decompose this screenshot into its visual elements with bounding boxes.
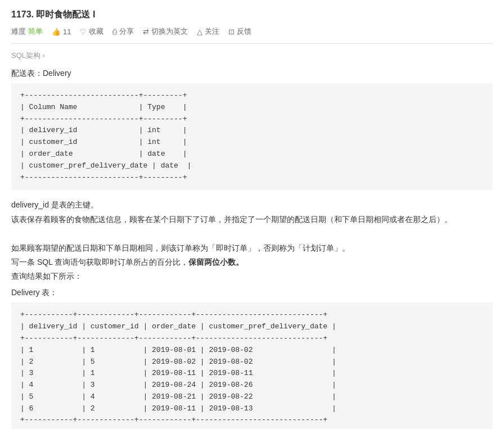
- meta-row: 难度 简单 👍 11 ♡ 收藏 ⎙ 分享 ⇄ 切换为英文 △ 关注 ⊡ 反馈: [11, 26, 493, 37]
- divider: [11, 43, 493, 44]
- difficulty-label: 难度: [11, 26, 26, 37]
- breadcrumb[interactable]: SQL架构 ›: [11, 51, 493, 61]
- page-title: 1173. 即时食物配送 I: [11, 9, 95, 21]
- difficulty-item: 难度 简单: [11, 26, 43, 37]
- follow-button[interactable]: △ 关注: [197, 26, 219, 37]
- share-button[interactable]: ⎙ 分享: [112, 26, 134, 37]
- collect-button[interactable]: ♡ 收藏: [80, 26, 104, 37]
- feedback-button[interactable]: ⊡ 反馈: [228, 26, 251, 37]
- question-line2-pre: 写一条 SQL 查询语句获取即时订单所占的百分比，: [11, 258, 188, 267]
- share-label: 分享: [119, 26, 134, 37]
- switch-label: 切换为英文: [151, 26, 188, 37]
- title-row: 1173. 即时食物配送 I: [11, 9, 493, 21]
- question-line2-bold: 保留两位小数。: [188, 258, 244, 267]
- feedback-label: 反馈: [237, 26, 251, 37]
- description-line1: delivery_id 是表的主键。: [11, 198, 493, 212]
- description-block: delivery_id 是表的主键。 该表保存着顾客的食物配送信息，顾客在某个日…: [11, 198, 493, 226]
- heart-icon: ♡: [80, 28, 87, 36]
- table-label: 配送表：Delivery: [11, 69, 493, 79]
- question-line3: 查询结果如下所示：: [11, 269, 493, 283]
- description-line2: 该表保存着顾客的食物配送信息，顾客在某个日期下了订单，并指定了一个期望的配送日期…: [11, 213, 493, 227]
- question-line2: 写一条 SQL 查询语句获取即时订单所占的百分比，保留两位小数。: [11, 255, 493, 269]
- breadcrumb-text: SQL架构 ›: [11, 51, 45, 60]
- question-block: 如果顾客期望的配送日期和下单日期相同，则该订单称为「即时订单」，否则称为「计划订…: [11, 241, 493, 284]
- collect-label: 收藏: [89, 26, 104, 37]
- like-count: 11: [63, 28, 71, 36]
- switch-language-button[interactable]: ⇄ 切换为英文: [143, 26, 188, 37]
- like-icon: 👍: [52, 28, 61, 36]
- schema-box: +--------------------------+---------+ |…: [11, 83, 493, 190]
- bell-icon: △: [197, 28, 202, 36]
- result-label: Delivery 表：: [11, 288, 493, 298]
- switch-icon: ⇄: [143, 28, 149, 36]
- difficulty-value: 简单: [28, 26, 43, 37]
- follow-label: 关注: [205, 26, 219, 37]
- feedback-icon: ⊡: [228, 28, 235, 36]
- spacer: [11, 232, 493, 241]
- share-icon: ⎙: [112, 28, 117, 36]
- question-line1: 如果顾客期望的配送日期和下单日期相同，则该订单称为「即时订单」，否则称为「计划订…: [11, 241, 493, 255]
- result-data-box: +-----------+-------------+------------+…: [11, 302, 493, 429]
- like-item[interactable]: 👍 11: [52, 28, 71, 36]
